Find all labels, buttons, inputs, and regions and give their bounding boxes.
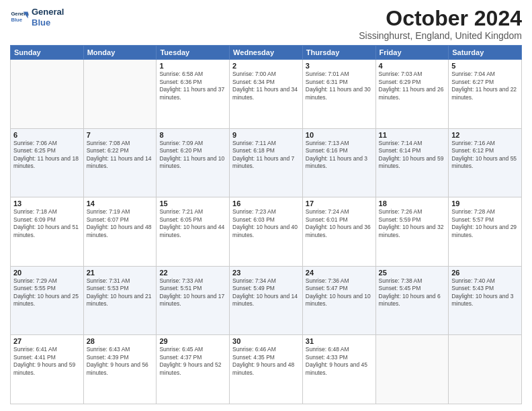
day-number: 25 — [379, 269, 446, 277]
calendar-day-cell: 7Sunrise: 7:08 AM Sunset: 6:22 PM Daylig… — [83, 128, 157, 197]
day-number: 16 — [232, 199, 300, 208]
day-number: 22 — [159, 269, 226, 277]
calendar-day-cell: 28Sunrise: 6:43 AM Sunset: 4:39 PM Dayli… — [83, 335, 157, 404]
calendar-table: SundayMondayTuesdayWednesdayThursdayFrid… — [10, 45, 522, 404]
calendar-day-header: Saturday — [449, 46, 522, 60]
calendar-day-cell: 4Sunrise: 7:03 AM Sunset: 6:29 PM Daylig… — [375, 60, 449, 129]
calendar-day-cell: 14Sunrise: 7:19 AM Sunset: 6:07 PM Dayli… — [83, 197, 157, 267]
calendar-day-cell: 16Sunrise: 7:23 AM Sunset: 6:03 PM Dayli… — [230, 197, 303, 267]
day-number: 15 — [159, 199, 226, 208]
day-info: Sunrise: 7:06 AM Sunset: 6:25 PM Dayligh… — [13, 140, 81, 171]
day-info: Sunrise: 7:16 AM Sunset: 6:12 PM Dayligh… — [451, 140, 519, 171]
logo: General Blue GeneralBlue — [10, 7, 64, 28]
calendar-day-cell: 13Sunrise: 7:18 AM Sunset: 6:09 PM Dayli… — [11, 197, 84, 267]
calendar-day-cell: 19Sunrise: 7:28 AM Sunset: 5:57 PM Dayli… — [449, 197, 522, 267]
day-number: 24 — [306, 269, 373, 277]
day-info: Sunrise: 7:03 AM Sunset: 6:29 PM Dayligh… — [379, 71, 446, 101]
day-number: 29 — [159, 337, 226, 345]
day-number: 10 — [306, 131, 373, 139]
calendar-day-cell: 29Sunrise: 6:45 AM Sunset: 4:37 PM Dayli… — [157, 335, 230, 404]
calendar-day-cell: 26Sunrise: 7:40 AM Sunset: 5:43 PM Dayli… — [449, 266, 522, 335]
calendar-week-row: 27Sunrise: 6:41 AM Sunset: 4:41 PM Dayli… — [11, 335, 522, 404]
page: General Blue GeneralBlue October 2024 Si… — [0, 0, 532, 411]
day-number: 13 — [13, 199, 81, 208]
calendar-day-cell: 15Sunrise: 7:21 AM Sunset: 6:05 PM Dayli… — [157, 197, 230, 267]
day-info: Sunrise: 6:43 AM Sunset: 4:39 PM Dayligh… — [87, 346, 154, 377]
day-info: Sunrise: 7:01 AM Sunset: 6:31 PM Dayligh… — [306, 71, 373, 101]
calendar-day-cell: 21Sunrise: 7:31 AM Sunset: 5:53 PM Dayli… — [83, 266, 157, 335]
calendar-week-row: 6Sunrise: 7:06 AM Sunset: 6:25 PM Daylig… — [11, 128, 522, 197]
day-info: Sunrise: 7:04 AM Sunset: 6:27 PM Dayligh… — [451, 71, 519, 101]
day-number: 1 — [159, 62, 226, 70]
day-info: Sunrise: 6:41 AM Sunset: 4:41 PM Dayligh… — [13, 346, 81, 377]
calendar-week-row: 20Sunrise: 7:29 AM Sunset: 5:55 PM Dayli… — [11, 266, 522, 335]
day-info: Sunrise: 7:13 AM Sunset: 6:16 PM Dayligh… — [306, 140, 373, 171]
calendar-day-cell — [83, 60, 157, 129]
day-info: Sunrise: 7:26 AM Sunset: 5:59 PM Dayligh… — [379, 208, 446, 239]
day-number: 17 — [306, 199, 373, 208]
day-number: 12 — [451, 131, 519, 139]
day-info: Sunrise: 7:38 AM Sunset: 5:45 PM Dayligh… — [379, 277, 446, 308]
day-info: Sunrise: 7:31 AM Sunset: 5:53 PM Dayligh… — [87, 277, 154, 308]
calendar-day-cell: 6Sunrise: 7:06 AM Sunset: 6:25 PM Daylig… — [11, 128, 84, 197]
day-number: 30 — [232, 337, 300, 345]
calendar-day-header: Monday — [83, 46, 157, 60]
day-info: Sunrise: 6:48 AM Sunset: 4:33 PM Dayligh… — [306, 346, 373, 377]
day-number: 8 — [159, 131, 226, 139]
calendar-day-cell: 8Sunrise: 7:09 AM Sunset: 6:20 PM Daylig… — [157, 128, 230, 197]
day-info: Sunrise: 7:18 AM Sunset: 6:09 PM Dayligh… — [13, 208, 81, 239]
day-number: 2 — [232, 62, 300, 70]
day-info: Sunrise: 7:09 AM Sunset: 6:20 PM Dayligh… — [159, 140, 226, 171]
calendar-header-row: SundayMondayTuesdayWednesdayThursdayFrid… — [11, 46, 522, 60]
calendar-day-header: Wednesday — [230, 46, 303, 60]
day-number: 11 — [379, 131, 446, 139]
day-number: 18 — [379, 199, 446, 208]
day-info: Sunrise: 7:29 AM Sunset: 5:55 PM Dayligh… — [13, 277, 81, 308]
calendar-day-cell: 20Sunrise: 7:29 AM Sunset: 5:55 PM Dayli… — [11, 266, 84, 335]
calendar-week-row: 1Sunrise: 6:58 AM Sunset: 6:36 PM Daylig… — [11, 60, 522, 129]
calendar-day-cell: 24Sunrise: 7:36 AM Sunset: 5:47 PM Dayli… — [302, 266, 375, 335]
day-number: 31 — [306, 337, 373, 345]
calendar-day-cell: 3Sunrise: 7:01 AM Sunset: 6:31 PM Daylig… — [302, 60, 375, 129]
day-number: 3 — [306, 62, 373, 70]
calendar-day-header: Sunday — [11, 46, 84, 60]
calendar-day-cell: 11Sunrise: 7:14 AM Sunset: 6:14 PM Dayli… — [375, 128, 449, 197]
calendar-day-cell: 5Sunrise: 7:04 AM Sunset: 6:27 PM Daylig… — [449, 60, 522, 129]
header: General Blue GeneralBlue October 2024 Si… — [10, 7, 522, 41]
day-number: 21 — [87, 269, 154, 277]
day-info: Sunrise: 7:11 AM Sunset: 6:18 PM Dayligh… — [232, 140, 300, 171]
calendar-day-cell: 18Sunrise: 7:26 AM Sunset: 5:59 PM Dayli… — [375, 197, 449, 267]
day-number: 14 — [87, 199, 154, 208]
day-info: Sunrise: 7:36 AM Sunset: 5:47 PM Dayligh… — [306, 277, 373, 308]
calendar-day-cell: 17Sunrise: 7:24 AM Sunset: 6:01 PM Dayli… — [302, 197, 375, 267]
calendar-day-cell — [11, 60, 84, 129]
day-number: 7 — [87, 131, 154, 139]
day-number: 26 — [451, 269, 519, 277]
calendar-day-header: Tuesday — [157, 46, 230, 60]
day-info: Sunrise: 7:40 AM Sunset: 5:43 PM Dayligh… — [451, 277, 519, 308]
day-info: Sunrise: 7:21 AM Sunset: 6:05 PM Dayligh… — [159, 208, 226, 239]
calendar-day-cell: 25Sunrise: 7:38 AM Sunset: 5:45 PM Dayli… — [375, 266, 449, 335]
calendar-day-cell: 31Sunrise: 6:48 AM Sunset: 4:33 PM Dayli… — [302, 335, 375, 404]
day-number: 9 — [232, 131, 300, 139]
calendar-day-cell — [375, 335, 449, 404]
day-info: Sunrise: 7:08 AM Sunset: 6:22 PM Dayligh… — [87, 140, 154, 171]
day-info: Sunrise: 7:19 AM Sunset: 6:07 PM Dayligh… — [87, 208, 154, 239]
logo-text: GeneralBlue — [32, 7, 64, 28]
calendar-day-cell: 12Sunrise: 7:16 AM Sunset: 6:12 PM Dayli… — [449, 128, 522, 197]
day-info: Sunrise: 7:14 AM Sunset: 6:14 PM Dayligh… — [379, 140, 446, 171]
day-info: Sunrise: 7:00 AM Sunset: 6:34 PM Dayligh… — [232, 71, 300, 101]
month-title: October 2024 — [359, 7, 522, 30]
logo-icon: General Blue — [10, 8, 29, 27]
day-number: 27 — [13, 337, 81, 345]
calendar-day-cell: 22Sunrise: 7:33 AM Sunset: 5:51 PM Dayli… — [157, 266, 230, 335]
day-info: Sunrise: 7:33 AM Sunset: 5:51 PM Dayligh… — [159, 277, 226, 308]
day-info: Sunrise: 7:23 AM Sunset: 6:03 PM Dayligh… — [232, 208, 300, 239]
day-number: 4 — [379, 62, 446, 70]
day-info: Sunrise: 6:46 AM Sunset: 4:35 PM Dayligh… — [232, 346, 300, 377]
calendar-day-cell: 10Sunrise: 7:13 AM Sunset: 6:16 PM Dayli… — [302, 128, 375, 197]
day-number: 6 — [13, 131, 81, 139]
day-info: Sunrise: 7:24 AM Sunset: 6:01 PM Dayligh… — [306, 208, 373, 239]
day-info: Sunrise: 7:34 AM Sunset: 5:49 PM Dayligh… — [232, 277, 300, 308]
calendar-day-cell: 1Sunrise: 6:58 AM Sunset: 6:36 PM Daylig… — [157, 60, 230, 129]
